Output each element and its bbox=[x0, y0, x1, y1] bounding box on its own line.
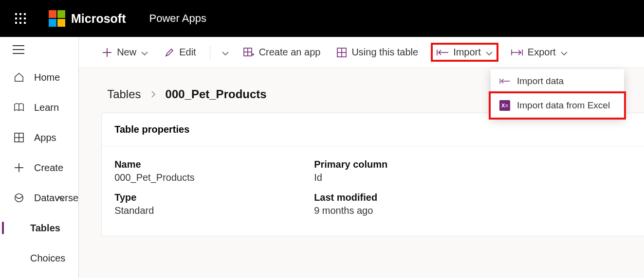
sidebar-item-dataverse[interactable]: Dataverse bbox=[0, 183, 78, 213]
import-arrow-icon bbox=[437, 49, 448, 56]
prop-value-primary: Id bbox=[314, 172, 509, 183]
chevron-up-icon bbox=[56, 192, 64, 204]
sidebar-item-create[interactable]: Create bbox=[0, 153, 78, 183]
import-dropdown-menu: Import data X≡ Import data from Excel bbox=[491, 69, 624, 118]
button-label: New bbox=[117, 47, 136, 58]
dropdown-item-label: Import data bbox=[517, 76, 564, 87]
pencil-icon bbox=[165, 48, 174, 57]
sidebar-item-label: Tables bbox=[30, 223, 60, 234]
dropdown-item-import-excel[interactable]: X≡ Import data from Excel bbox=[489, 91, 626, 120]
dropdown-item-import-data[interactable]: Import data bbox=[491, 69, 624, 93]
prop-label-primary: Primary column bbox=[314, 159, 509, 170]
home-icon bbox=[13, 72, 25, 83]
properties-grid: Name 000_Pet_Products Primary column Id … bbox=[102, 146, 644, 236]
button-label: Using this table bbox=[351, 47, 418, 58]
microsoft-logo-icon bbox=[49, 10, 65, 27]
hamburger-icon bbox=[13, 45, 24, 54]
svg-rect-2 bbox=[24, 13, 26, 15]
svg-rect-9 bbox=[49, 10, 56, 18]
prop-value-type: Standard bbox=[114, 205, 314, 216]
using-this-table-button[interactable]: Using this table bbox=[333, 44, 422, 61]
breadcrumb-current: 000_Pet_Products bbox=[166, 87, 267, 101]
prop-value-name: 000_Pet_Products bbox=[114, 172, 314, 183]
plus-icon bbox=[102, 48, 112, 57]
sidebar-item-label: Home bbox=[34, 72, 60, 83]
svg-rect-4 bbox=[19, 17, 21, 19]
svg-rect-11 bbox=[49, 19, 56, 27]
breadcrumb-root[interactable]: Tables bbox=[107, 87, 141, 101]
dataverse-icon bbox=[13, 192, 25, 203]
table-icon bbox=[337, 48, 347, 57]
app-title: Power Apps bbox=[149, 12, 206, 25]
chevron-down-icon bbox=[141, 47, 148, 58]
sidebar-item-home[interactable]: Home bbox=[0, 62, 78, 92]
import-button[interactable]: Import bbox=[431, 43, 498, 62]
sidebar-item-label: Create bbox=[34, 162, 63, 174]
create-app-button[interactable]: Create an app bbox=[239, 44, 325, 61]
chevron-down-icon bbox=[222, 47, 229, 58]
command-bar: New Edit Create a bbox=[79, 37, 644, 68]
svg-rect-12 bbox=[57, 19, 65, 27]
collapse-nav-button[interactable] bbox=[0, 37, 78, 62]
app-launcher-icon[interactable] bbox=[11, 9, 30, 28]
svg-rect-7 bbox=[19, 22, 21, 24]
svg-rect-0 bbox=[15, 13, 17, 15]
app-grid-plus-icon bbox=[243, 48, 254, 57]
svg-rect-8 bbox=[24, 22, 26, 24]
svg-rect-1 bbox=[19, 13, 21, 15]
svg-point-22 bbox=[15, 194, 23, 202]
app-header: Microsoft Power Apps bbox=[0, 0, 644, 37]
sidebar-item-label: Learn bbox=[34, 102, 59, 113]
prop-label-name: Name bbox=[114, 159, 314, 170]
grid-icon bbox=[13, 133, 25, 142]
button-label: Create an app bbox=[259, 47, 321, 58]
book-icon bbox=[13, 103, 25, 112]
button-label: Export bbox=[528, 47, 556, 58]
import-arrow-icon bbox=[499, 78, 510, 85]
new-button[interactable]: New bbox=[98, 44, 152, 61]
button-label: Import bbox=[453, 47, 481, 58]
microsoft-wordmark: Microsoft bbox=[71, 12, 126, 26]
prop-label-description: Description bbox=[509, 159, 644, 170]
sidebar-item-learn[interactable]: Learn bbox=[0, 92, 78, 122]
chevron-right-icon bbox=[151, 87, 156, 101]
prop-value-last-modified: 9 months ago bbox=[314, 205, 509, 216]
svg-rect-5 bbox=[24, 17, 26, 19]
svg-rect-3 bbox=[15, 17, 17, 19]
microsoft-logo[interactable]: Microsoft bbox=[49, 10, 126, 27]
sidebar: Home Learn Apps Create Dataverse bbox=[0, 37, 79, 278]
plus-icon bbox=[13, 163, 25, 173]
sidebar-subitem-choices[interactable]: Choices bbox=[0, 243, 78, 273]
sidebar-subitem-tables[interactable]: Tables bbox=[0, 213, 78, 243]
button-label: Edit bbox=[179, 47, 196, 58]
export-arrow-icon bbox=[511, 49, 523, 56]
svg-rect-10 bbox=[57, 10, 65, 18]
svg-rect-6 bbox=[15, 22, 17, 24]
dropdown-item-label: Import data from Excel bbox=[517, 100, 610, 111]
chevron-down-icon bbox=[486, 47, 493, 58]
excel-icon: X≡ bbox=[499, 100, 510, 111]
edit-button[interactable]: Edit bbox=[161, 44, 200, 61]
prop-label-type: Type bbox=[114, 192, 314, 203]
table-properties-panel: Table properties Name 000_Pet_Products P… bbox=[101, 113, 644, 236]
sidebar-item-apps[interactable]: Apps bbox=[0, 122, 78, 153]
edit-dropdown-button[interactable] bbox=[220, 44, 231, 61]
sidebar-item-label: Apps bbox=[34, 132, 56, 143]
chevron-down-icon bbox=[561, 47, 568, 58]
sidebar-item-label: Choices bbox=[30, 253, 65, 264]
prop-label-last-modified: Last modified bbox=[314, 192, 509, 203]
export-button[interactable]: Export bbox=[507, 44, 571, 61]
separator bbox=[210, 46, 210, 59]
